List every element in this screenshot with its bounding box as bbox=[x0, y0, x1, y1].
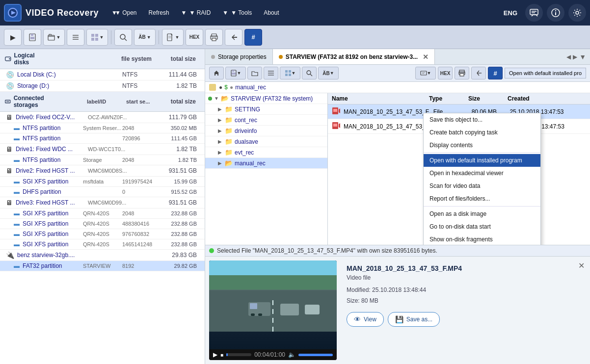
svg-rect-54 bbox=[333, 109, 337, 112]
fb-search-btn[interactable] bbox=[302, 67, 317, 79]
ctx-save-to[interactable]: Save this object to... bbox=[424, 113, 540, 126]
tab-close-btn[interactable]: ✕ bbox=[423, 53, 429, 61]
ctx-show-fragments[interactable]: Show on-disk fragments bbox=[424, 233, 540, 245]
tab-starview[interactable]: STARVIEW (FAT32 at 8192 on benz starview… bbox=[273, 49, 435, 64]
fb-text-btn[interactable]: ÄB▼ bbox=[318, 67, 339, 79]
tab-storage-props[interactable]: Storage properties bbox=[205, 49, 273, 64]
toolbar-scan-btn[interactable] bbox=[114, 29, 132, 46]
fb-right-tools: ▼ HEX # Open with default installed pro bbox=[415, 67, 586, 79]
drive1-part1[interactable]: ▬ NTFS partition Storage 2048 1.82 TB bbox=[0, 155, 205, 165]
view-btn[interactable]: 👁 View bbox=[347, 312, 384, 327]
fb-list-btn[interactable] bbox=[264, 67, 278, 79]
toolbar-hex-btn[interactable]: HEX bbox=[186, 29, 203, 46]
video-play-btn[interactable]: ▶ bbox=[213, 351, 217, 358]
toolbar-print-btn[interactable] bbox=[205, 29, 223, 46]
drive2-part1[interactable]: ▬ SGI XFS partition msftdata 1919975424 … bbox=[0, 177, 205, 187]
fb-view-btn[interactable]: ▼ bbox=[280, 67, 300, 79]
ctx-open-default[interactable]: Open with default installed program bbox=[424, 154, 540, 167]
drive0[interactable]: 🖥 Drive0: Fixed OCZ-V... OCZ-AWNZ0F... 1… bbox=[0, 112, 205, 123]
svg-rect-11 bbox=[31, 34, 33, 36]
ctx-goto-disk[interactable]: Go to on-disk data start bbox=[424, 220, 540, 233]
nav-tools[interactable]: ▼ ▼ Tools bbox=[217, 6, 257, 19]
fb-print-btn[interactable] bbox=[455, 67, 469, 79]
logical-disks-header: Logical disks file system total size bbox=[0, 49, 205, 69]
tree-root[interactable]: ▼ 📂 STARVIEW (FAT32 file system) bbox=[205, 93, 327, 104]
drive0-part2[interactable]: ▬ NTFS partition 720896 111.45 GB bbox=[0, 133, 205, 144]
nav-raid[interactable]: ▼ ▼ RAID bbox=[176, 6, 216, 19]
toolbar-list-btn[interactable] bbox=[67, 29, 84, 46]
drive2-part2[interactable]: ▬ DHFS partition 0 915.52 GB bbox=[0, 187, 205, 197]
toolbar-save-btn[interactable] bbox=[24, 29, 41, 46]
svg-line-21 bbox=[125, 39, 127, 41]
tree-item-setting[interactable]: ▶ 📁 SETTING bbox=[205, 104, 327, 115]
svg-point-30 bbox=[9, 58, 10, 59]
toolbar-hash-btn[interactable]: # bbox=[244, 29, 262, 46]
folder-icon: 📁 bbox=[225, 127, 233, 134]
volume-bar[interactable] bbox=[298, 354, 333, 356]
fat32-partition[interactable]: ▬ FAT32 partition STARVIEW 8192 29.82 GB bbox=[0, 261, 205, 271]
fb-save-btn[interactable]: ▼ bbox=[225, 67, 246, 79]
fb-home-btn[interactable] bbox=[209, 67, 224, 79]
drive3-part1[interactable]: ▬ SGI XFS partition QRN-420S 2048 232.88… bbox=[0, 208, 205, 219]
fb-back-btn[interactable] bbox=[471, 67, 486, 79]
open-default-btn[interactable]: Open with default installed pro bbox=[505, 68, 586, 78]
ctx-scan-video[interactable]: Scan for video data bbox=[424, 180, 540, 192]
tree-item-evt-rec[interactable]: ▶ 📁 evt_rec bbox=[205, 147, 327, 158]
tab-left-arrow[interactable]: ◀ bbox=[566, 53, 571, 60]
ctx-report[interactable]: Report of files/folders... bbox=[424, 192, 540, 205]
partition-icon: ▬ bbox=[14, 188, 20, 195]
toolbar-text-btn[interactable]: ÄB▼ bbox=[134, 29, 156, 46]
ctx-batch-copy[interactable]: Create batch copying task bbox=[424, 126, 540, 139]
tree-item-cont-rec[interactable]: ▶ 📁 cont_rec bbox=[205, 115, 327, 126]
drive2[interactable]: 🖥 Drive2: Fixed HGST ... WMC6M0D8S... 93… bbox=[0, 165, 205, 177]
save-as-btn[interactable]: 💾 Save as... bbox=[388, 312, 440, 327]
bc-manual-rec[interactable]: manual_rec bbox=[235, 84, 266, 91]
nav-refresh[interactable]: Refresh bbox=[144, 6, 174, 19]
tree-item-driveinfo[interactable]: ▶ 📁 driveinfo bbox=[205, 126, 327, 136]
toolbar-doc-btn[interactable]: ▼ bbox=[162, 29, 184, 46]
fb-preview-btn[interactable]: ▼ bbox=[415, 67, 436, 79]
preview-close-btn[interactable]: ✕ bbox=[576, 260, 586, 270]
nav-open[interactable]: ▼ ▼ Open bbox=[107, 6, 141, 19]
drive-starview[interactable]: 🔌 benz starview-32gb.... 29.83 GB bbox=[0, 250, 205, 261]
toolbar-back-btn[interactable] bbox=[225, 29, 242, 46]
fb-hash-btn[interactable]: # bbox=[488, 67, 503, 79]
drive3-part4[interactable]: ▬ SGI XFS partition QRN-420S 1465141248 … bbox=[0, 239, 205, 250]
toolbar-play-btn[interactable]: ▶ bbox=[4, 29, 22, 46]
disk-local-c[interactable]: 💿 Local Disk (C:) NTFS 111.44 GB bbox=[0, 69, 205, 80]
info-icon-btn[interactable] bbox=[547, 4, 564, 22]
tree-item-manual-rec[interactable]: ▶ 📂 manual_rec bbox=[205, 158, 327, 169]
toolbar-open-btn[interactable]: ▼ bbox=[43, 29, 65, 46]
view-icon: 👁 bbox=[354, 315, 361, 323]
file-list: Name Type Size Created MAN_2018_10_25_13… bbox=[328, 93, 590, 245]
ctx-display-contents[interactable]: Display contents bbox=[424, 139, 540, 152]
volume-icon: 🔈 bbox=[288, 351, 295, 358]
settings-icon-btn[interactable] bbox=[568, 4, 586, 22]
svg-marker-56 bbox=[339, 123, 340, 128]
logo-icon bbox=[4, 4, 22, 22]
ctx-open-disk[interactable]: Open as a disk image bbox=[424, 208, 540, 220]
drive3[interactable]: 🖥 Drive3: Fixed HGST ... WMC6M0D99... 93… bbox=[0, 197, 205, 208]
bc-dollar[interactable]: $ bbox=[224, 84, 228, 91]
toolbar-grid-btn[interactable]: ▼ bbox=[86, 29, 108, 46]
video-progress-bar[interactable] bbox=[226, 353, 251, 356]
video-stop-btn[interactable]: ■ bbox=[220, 352, 223, 358]
drive1[interactable]: 🖥 Drive1: Fixed WDC ... WD-WCC1T0... 1.8… bbox=[0, 144, 205, 155]
tab-menu-arrow[interactable]: ▼ bbox=[579, 53, 586, 61]
svg-rect-69 bbox=[209, 260, 337, 332]
nav-about[interactable]: About bbox=[259, 6, 284, 19]
ctx-open-hex[interactable]: Open in hexadecimal viewer bbox=[424, 167, 540, 180]
toolbar2: ▶ ▼ ▼ ÄB▼ ▼ HEX # bbox=[0, 26, 590, 49]
tree-item-dualsave[interactable]: ▶ 📁 dualsave bbox=[205, 136, 327, 147]
language-selector[interactable]: ENG bbox=[500, 7, 521, 19]
fb-open-btn[interactable] bbox=[247, 67, 262, 79]
fb-hex-btn[interactable]: HEX bbox=[438, 67, 453, 79]
chat-icon-btn[interactable] bbox=[525, 4, 543, 22]
disk-storage-d[interactable]: 💿 Storage (D:) NTFS 1.82 TB bbox=[0, 80, 205, 92]
drive3-part2[interactable]: ▬ SGI XFS partition QRN-420S 488380416 2… bbox=[0, 219, 205, 229]
drive0-part1[interactable]: ▬ NTFS partition System Reser... 2048 35… bbox=[0, 123, 205, 133]
partition-icon: ▬ bbox=[14, 178, 20, 185]
drive3-part3[interactable]: ▬ SGI XFS partition QRN-420S 976760832 2… bbox=[0, 229, 205, 239]
tab-right-arrow[interactable]: ▶ bbox=[573, 53, 577, 60]
svg-point-43 bbox=[307, 71, 311, 75]
